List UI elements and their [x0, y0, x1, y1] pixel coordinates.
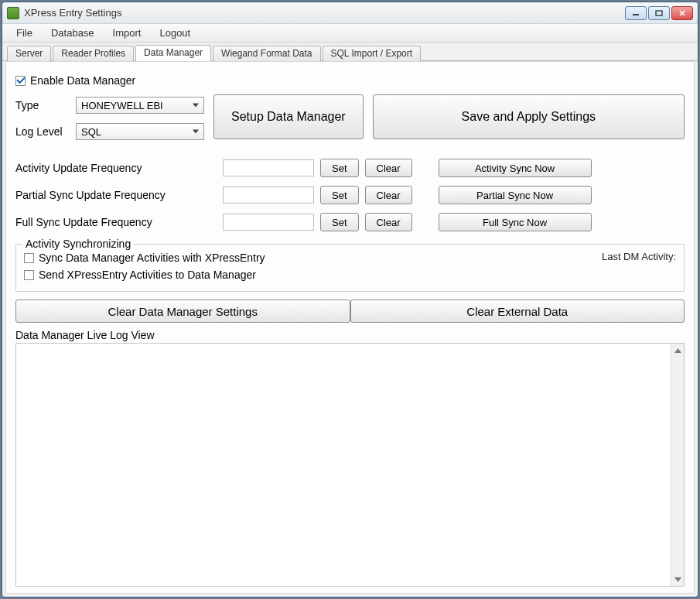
- partial-freq-row: Partial Sync Update Frequency Set Clear …: [15, 183, 685, 207]
- setup-data-manager-button[interactable]: Setup Data Manager: [213, 94, 364, 139]
- svg-marker-5: [674, 577, 681, 582]
- menu-logout[interactable]: Logout: [150, 26, 200, 40]
- partial-freq-clear-button[interactable]: Clear: [365, 186, 412, 204]
- full-freq-label: Full Sync Update Frequency: [15, 216, 217, 228]
- partial-freq-label: Partial Sync Update Frequency: [15, 189, 217, 201]
- maximize-button[interactable]: [648, 6, 670, 20]
- tab-server[interactable]: Server: [7, 46, 51, 61]
- enable-data-manager-checkbox[interactable]: [15, 76, 26, 86]
- close-icon: [678, 10, 686, 16]
- full-sync-now-button[interactable]: Full Sync Now: [439, 213, 592, 231]
- type-select-value: HONEYWELL EBI: [81, 100, 163, 111]
- loglevel-label: Log Level: [15, 125, 76, 138]
- log-view-label: Data Manager Live Log View: [15, 329, 685, 341]
- sync-dm-activities-label: Sync Data Manager Activities with XPress…: [39, 252, 265, 264]
- activity-freq-clear-button[interactable]: Clear: [365, 159, 412, 177]
- app-icon: [7, 7, 19, 19]
- clear-dm-settings-button[interactable]: Clear Data Manager Settings: [15, 300, 350, 323]
- loglevel-select[interactable]: SQL: [76, 123, 204, 140]
- window-title: XPress Entry Settings: [24, 7, 625, 19]
- tab-wiegand-format[interactable]: Wiegand Format Data: [213, 46, 320, 61]
- frequency-group: Activity Update Frequency Set Clear Acti…: [15, 156, 685, 238]
- tab-bar: Server Reader Profiles Data Manager Wieg…: [2, 43, 698, 61]
- full-freq-row: Full Sync Update Frequency Set Clear Ful…: [15, 211, 685, 234]
- menu-import[interactable]: Import: [104, 26, 151, 40]
- clear-external-data-button[interactable]: Clear External Data: [350, 300, 685, 323]
- tab-data-manager[interactable]: Data Manager: [135, 45, 211, 61]
- enable-data-manager-label: Enable Data Manager: [30, 74, 135, 87]
- save-apply-settings-button[interactable]: Save and Apply Settings: [373, 94, 685, 139]
- app-window: XPress Entry Settings File Database Impo…: [2, 2, 698, 597]
- type-label: Type: [15, 99, 76, 111]
- minimize-icon: [632, 10, 640, 16]
- tab-content: Enable Data Manager Type HONEYWELL EBI L…: [5, 61, 695, 594]
- close-button[interactable]: [671, 6, 693, 20]
- svg-marker-4: [674, 348, 681, 353]
- tab-sql-import-export[interactable]: SQL Import / Export: [323, 46, 422, 61]
- clear-buttons-row: Clear Data Manager Settings Clear Extern…: [15, 300, 685, 323]
- activity-freq-row: Activity Update Frequency Set Clear Acti…: [15, 156, 685, 180]
- activity-sync-legend: Activity Synchronizing: [22, 238, 134, 250]
- titlebar[interactable]: XPress Entry Settings: [2, 2, 698, 24]
- tab-reader-profiles[interactable]: Reader Profiles: [53, 46, 134, 61]
- menu-bar: File Database Import Logout: [2, 24, 698, 43]
- type-select[interactable]: HONEYWELL EBI: [76, 97, 204, 114]
- maximize-icon: [655, 10, 663, 16]
- full-freq-set-button[interactable]: Set: [320, 213, 359, 231]
- last-dm-activity-label: Last DM Activity:: [602, 251, 676, 283]
- activity-freq-label: Activity Update Frequency: [15, 162, 217, 174]
- window-buttons: [625, 6, 693, 20]
- send-xpress-activities-checkbox[interactable]: [24, 270, 34, 280]
- svg-rect-1: [656, 11, 662, 15]
- activity-sync-fieldset: Activity Synchronizing Sync Data Manager…: [15, 244, 685, 292]
- log-view[interactable]: [15, 343, 685, 587]
- sync-dm-activities-checkbox[interactable]: [24, 253, 34, 263]
- activity-freq-input[interactable]: [223, 159, 314, 176]
- svg-rect-0: [633, 14, 639, 15]
- loglevel-select-value: SQL: [81, 126, 101, 138]
- menu-database[interactable]: Database: [42, 26, 104, 40]
- type-loglevel-column: Type HONEYWELL EBI Log Level SQL: [15, 94, 204, 147]
- minimize-button[interactable]: [625, 6, 647, 20]
- activity-freq-set-button[interactable]: Set: [320, 159, 359, 177]
- partial-sync-now-button[interactable]: Partial Sync Now: [439, 186, 592, 204]
- top-controls-row: Type HONEYWELL EBI Log Level SQL Setup D…: [15, 94, 685, 147]
- activity-sync-now-button[interactable]: Activity Sync Now: [439, 159, 592, 177]
- menu-file[interactable]: File: [7, 26, 42, 40]
- log-scrollbar[interactable]: [671, 344, 684, 586]
- full-freq-clear-button[interactable]: Clear: [365, 213, 412, 231]
- scroll-down-arrow-icon[interactable]: [671, 573, 684, 586]
- scroll-up-arrow-icon[interactable]: [671, 344, 684, 357]
- partial-freq-set-button[interactable]: Set: [320, 186, 359, 204]
- send-xpress-activities-label: Send XPressEntry Activities to Data Mana…: [39, 269, 256, 281]
- enable-row: Enable Data Manager: [15, 74, 685, 87]
- partial-freq-input[interactable]: [223, 187, 314, 204]
- full-freq-input[interactable]: [223, 214, 314, 231]
